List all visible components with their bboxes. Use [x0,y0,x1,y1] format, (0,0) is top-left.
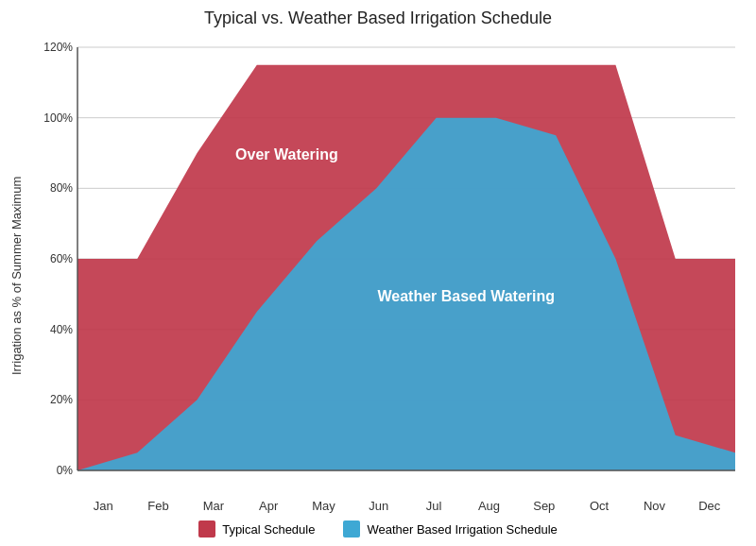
chart-title: Typical vs. Weather Based Irrigation Sch… [204,9,552,28]
chart-legend: Typical Schedule Weather Based Irrigatio… [198,520,558,537]
x-axis-label: Sep [517,499,572,513]
svg-text:0%: 0% [57,464,74,477]
legend-label-typical: Typical Schedule [222,522,315,537]
chart-container: Typical vs. Weather Based Irrigation Sch… [9,9,747,537]
main-chart-svg: 0%20%40%60%80%100%120%Over WateringWeath… [38,38,747,499]
svg-text:20%: 20% [50,393,73,406]
x-axis-label: Jul [406,499,461,513]
x-axis-label: May [296,499,351,513]
legend-item-typical: Typical Schedule [198,520,315,537]
legend-item-weather: Weather Based Irrigation Schedule [343,520,557,537]
svg-text:120%: 120% [43,41,73,54]
x-axis-label: Nov [627,499,681,513]
x-axis-label: Jan [76,499,130,513]
legend-box-typical [198,520,215,537]
x-axis-label: Dec [682,499,737,513]
svg-text:60%: 60% [50,252,73,265]
x-axis-label: Oct [572,499,627,513]
svg-text:80%: 80% [50,181,73,195]
svg-text:100%: 100% [43,111,73,125]
svg-text:Over Watering: Over Watering [235,146,338,162]
svg-text:40%: 40% [50,323,73,336]
legend-label-weather: Weather Based Irrigation Schedule [367,522,557,537]
y-axis-label: Irrigation as % of Summer Maximum [9,38,38,513]
legend-box-weather [343,520,360,537]
x-axis-labels: JanFebMarAprMayJunJulAugSepOctNovDec [38,499,747,513]
x-axis-label: Apr [241,499,296,513]
svg-text:Weather Based Watering: Weather Based Watering [377,288,555,304]
x-axis-label: Aug [461,499,516,513]
x-axis-label: Jun [352,499,406,513]
x-axis-label: Feb [130,499,185,513]
x-axis-label: Mar [186,499,241,513]
